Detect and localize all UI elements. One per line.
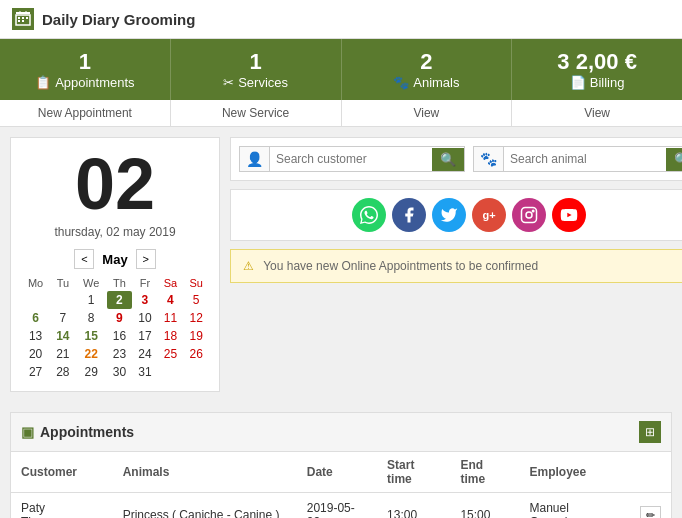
cal-header-we: We bbox=[76, 275, 107, 291]
instagram-icon[interactable] bbox=[512, 198, 546, 232]
svg-rect-6 bbox=[26, 17, 28, 19]
stat-appointments-number: 1 bbox=[5, 49, 165, 75]
social-bar: g+ bbox=[230, 189, 682, 241]
appointment-animal: Princess ( Caniche - Canine ) bbox=[113, 493, 297, 519]
stat-animals[interactable]: 2 🐾 Animals bbox=[342, 39, 513, 100]
col-employee: Employee bbox=[519, 452, 629, 493]
cal-header-mo: Mo bbox=[21, 275, 50, 291]
calendar-panel: 02 thursday, 02 may 2019 < May > Mo Tu W… bbox=[10, 137, 220, 392]
appointment-start: 13:00 bbox=[377, 493, 450, 519]
app-header: Daily Diary Grooming bbox=[0, 0, 682, 39]
warning-icon: ⚠ bbox=[243, 259, 254, 273]
svg-rect-0 bbox=[16, 12, 30, 14]
cal-header-th: Th bbox=[107, 275, 132, 291]
stat-billing-label: 📄 Billing bbox=[517, 75, 677, 90]
calendar-day-big: 02 bbox=[21, 148, 209, 220]
col-start-time: Start time bbox=[377, 452, 450, 493]
stat-appointments[interactable]: 1 📋 Appointments bbox=[0, 39, 171, 100]
col-customer: Customer bbox=[11, 452, 113, 493]
customer-search-input[interactable] bbox=[270, 148, 432, 170]
new-service-button[interactable]: New Service bbox=[171, 100, 342, 126]
stat-appointments-label: 📋 Appointments bbox=[5, 75, 165, 90]
stat-animals-label: 🐾 Animals bbox=[347, 75, 507, 90]
calendar-month: May bbox=[102, 252, 127, 267]
customer-search-group: 👤 🔍 bbox=[239, 146, 465, 172]
stat-services-number: 1 bbox=[176, 49, 336, 75]
calendar-nav: < May > bbox=[21, 249, 209, 269]
col-animals: Animals bbox=[113, 452, 297, 493]
stat-services-label: ✂ Services bbox=[176, 75, 336, 90]
cal-header-su: Su bbox=[183, 275, 209, 291]
col-end-time: End time bbox=[450, 452, 519, 493]
appointment-customer: Paty Thompson bbox=[11, 493, 113, 519]
table-row: Paty Thompson Princess ( Caniche - Canin… bbox=[11, 493, 671, 519]
view-billing-button[interactable]: View bbox=[512, 100, 682, 126]
cal-header-fr: Fr bbox=[132, 275, 157, 291]
notification-content: ⚠ You have new Online Appointments to be… bbox=[243, 259, 538, 273]
right-panel: 👤 🔍 🐾 🔍 g+ bbox=[230, 137, 682, 392]
whatsapp-icon[interactable] bbox=[352, 198, 386, 232]
stat-services[interactable]: 1 ✂ Services bbox=[171, 39, 342, 100]
animal-search-input[interactable] bbox=[504, 148, 666, 170]
billing-icon: 📄 bbox=[570, 75, 586, 90]
action-bar: New Appointment New Service View View bbox=[0, 100, 682, 127]
app-title: Daily Diary Grooming bbox=[42, 11, 195, 28]
facebook-icon[interactable] bbox=[392, 198, 426, 232]
svg-rect-9 bbox=[522, 208, 537, 223]
calendar-grid: Mo Tu We Th Fr Sa Su 1 2 3 4 5 bbox=[21, 275, 209, 381]
animal-search-group: 🐾 🔍 bbox=[473, 146, 682, 172]
col-date: Date bbox=[297, 452, 377, 493]
services-icon: ✂ bbox=[223, 75, 234, 90]
app-logo-icon bbox=[12, 8, 34, 30]
animal-icon: 🐾 bbox=[474, 147, 504, 171]
calendar-prev-button[interactable]: < bbox=[74, 249, 94, 269]
appointments-section: ▣ Appointments ⊞ Customer Animals Date S… bbox=[10, 412, 672, 518]
col-actions bbox=[630, 452, 671, 493]
search-bar: 👤 🔍 🐾 🔍 bbox=[230, 137, 682, 181]
appointment-employee: Manuel Gonzalez bbox=[519, 493, 629, 519]
person-icon: 👤 bbox=[240, 147, 270, 171]
svg-rect-4 bbox=[18, 17, 20, 19]
svg-rect-8 bbox=[22, 20, 24, 22]
appointment-end: 15:00 bbox=[450, 493, 519, 519]
appointment-edit-button[interactable]: ✏ bbox=[640, 506, 661, 519]
cal-header-tu: Tu bbox=[50, 275, 75, 291]
twitter-icon[interactable] bbox=[432, 198, 466, 232]
svg-point-10 bbox=[526, 212, 532, 218]
notification-bar: ⚠ You have new Online Appointments to be… bbox=[230, 249, 682, 283]
cal-header-sa: Sa bbox=[158, 275, 184, 291]
stats-bar: 1 📋 Appointments 1 ✂ Services 2 🐾 Animal… bbox=[0, 39, 682, 100]
appointments-export-button[interactable]: ⊞ bbox=[639, 421, 661, 443]
appointment-date: 2019-05-02 bbox=[297, 493, 377, 519]
gplus-icon[interactable]: g+ bbox=[472, 198, 506, 232]
stat-billing-number: 3 2,00 € bbox=[517, 49, 677, 75]
calendar-next-button[interactable]: > bbox=[136, 249, 156, 269]
appointments-icon: 📋 bbox=[35, 75, 51, 90]
stat-billing[interactable]: 3 2,00 € 📄 Billing bbox=[512, 39, 682, 100]
appointments-table: Customer Animals Date Start time End tim… bbox=[11, 452, 671, 518]
appointments-section-header: ▣ Appointments ⊞ bbox=[11, 413, 671, 452]
svg-rect-7 bbox=[18, 20, 20, 22]
appointments-section-title: ▣ Appointments bbox=[21, 424, 134, 440]
animals-icon: 🐾 bbox=[393, 75, 409, 90]
customer-search-button[interactable]: 🔍 bbox=[432, 148, 464, 171]
animal-search-button[interactable]: 🔍 bbox=[666, 148, 682, 171]
appointments-section-actions: ⊞ bbox=[639, 421, 661, 443]
svg-point-11 bbox=[532, 210, 534, 212]
view-animals-button[interactable]: View bbox=[342, 100, 513, 126]
calendar-date-label: thursday, 02 may 2019 bbox=[21, 225, 209, 239]
notification-message: You have new Online Appointments to be c… bbox=[263, 259, 538, 273]
youtube-icon[interactable] bbox=[552, 198, 586, 232]
new-appointment-button[interactable]: New Appointment bbox=[0, 100, 171, 126]
svg-rect-5 bbox=[22, 17, 24, 19]
main-content: 02 thursday, 02 may 2019 < May > Mo Tu W… bbox=[0, 127, 682, 402]
appointments-title-icon: ▣ bbox=[21, 424, 34, 440]
stat-animals-number: 2 bbox=[347, 49, 507, 75]
